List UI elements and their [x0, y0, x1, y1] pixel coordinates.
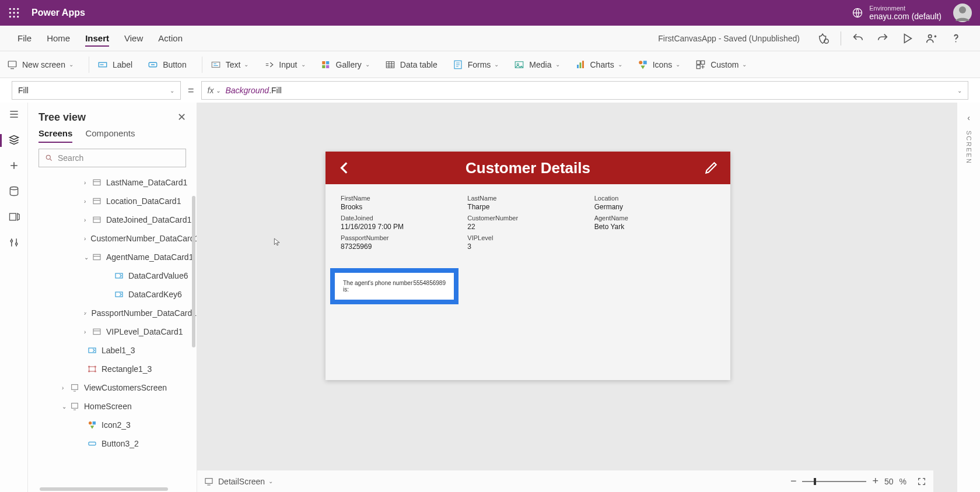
redo-icon[interactable]	[876, 32, 889, 45]
svg-rect-40	[93, 180, 100, 185]
chevron-icon[interactable]: ⌄	[84, 254, 92, 261]
equals-label: =	[188, 85, 194, 97]
chevron-icon[interactable]: ›	[84, 329, 92, 335]
zoom-slider[interactable]	[802, 481, 866, 482]
ribbon-datatable-label: Data table	[400, 60, 438, 69]
rail-data[interactable]	[0, 185, 28, 197]
environment-icon[interactable]	[852, 7, 863, 19]
agent-phone-box[interactable]: The agent's phone number is: 5554856989	[330, 268, 459, 304]
tree-node[interactable]: Label1_3	[28, 341, 197, 360]
chevron-icon[interactable]: ›	[62, 385, 70, 391]
tree-scrollbar-horizontal[interactable]	[40, 487, 168, 491]
svg-rect-48	[93, 329, 100, 334]
svg-rect-56	[72, 403, 78, 409]
tree-node[interactable]: DataCardValue6	[28, 266, 197, 285]
current-screen-name[interactable]: DetailScreen	[218, 477, 265, 486]
rail-advanced[interactable]	[0, 237, 28, 248]
tree-node[interactable]: Rectangle1_3	[28, 360, 197, 378]
rail-tree-view[interactable]	[0, 134, 28, 146]
chevron-icon[interactable]: ›	[84, 217, 92, 223]
detail-field: LastNameTharpe	[467, 195, 588, 211]
svg-point-5	[17, 12, 19, 13]
svg-rect-42	[93, 217, 100, 222]
ribbon-media[interactable]: Media⌄	[514, 59, 559, 70]
formula-bar: Fill ⌄ = fx⌄ Background.Fill ⌄	[0, 78, 980, 103]
fit-screen-icon[interactable]	[917, 477, 926, 486]
zoom-out-icon[interactable]: −	[790, 475, 797, 487]
tree-node[interactable]: ›VIPLevel_DataCard1	[28, 322, 197, 341]
tree-node[interactable]: ›CustomerNumber_DataCard1	[28, 229, 197, 248]
svg-point-12	[929, 34, 932, 38]
ribbon-gallery[interactable]: Gallery⌄	[321, 59, 370, 70]
property-selector[interactable]: Fill ⌄	[12, 81, 181, 100]
tree-node[interactable]: ›PassportNumber_DataCard1	[28, 304, 197, 322]
chevron-icon[interactable]: ›	[84, 236, 86, 242]
app-checker-icon[interactable]	[817, 32, 830, 45]
svg-rect-19	[322, 61, 325, 64]
ribbon-forms[interactable]: Forms⌄	[453, 59, 499, 70]
tree-node[interactable]: ›DateJoined_DataCard1	[28, 210, 197, 229]
svg-point-37	[10, 240, 12, 242]
menu-view[interactable]: View	[124, 33, 143, 43]
menu-home[interactable]: Home	[47, 33, 70, 43]
ribbon-label[interactable]: Label	[97, 59, 132, 70]
share-icon[interactable]	[925, 32, 938, 45]
user-avatar[interactable]	[953, 3, 972, 22]
ribbon-new-screen[interactable]: New screen⌄	[7, 59, 74, 70]
detail-field: AgentNameBeto Yark	[594, 215, 715, 231]
ribbon-icons[interactable]: Icons⌄	[638, 59, 680, 70]
menu-file[interactable]: File	[18, 33, 32, 43]
rail-media[interactable]	[0, 211, 28, 223]
svg-point-10	[959, 6, 966, 13]
artboard-detail-screen[interactable]: Customer Details FirstNameBrooksLastName…	[326, 152, 730, 380]
edit-icon[interactable]	[704, 160, 719, 175]
button-icon	[148, 59, 158, 70]
chevron-icon[interactable]: ›	[84, 198, 92, 205]
ribbon-input[interactable]: Input⌄	[264, 59, 305, 70]
detail-field: PassportNumber87325969	[341, 234, 461, 251]
rail-insert[interactable]	[0, 160, 28, 171]
chevron-icon[interactable]: ⌄	[62, 403, 70, 410]
design-canvas[interactable]: Customer Details FirstNameBrooksLastName…	[197, 103, 957, 492]
tree-node[interactable]: ⌄AgentName_DataCard1	[28, 248, 197, 266]
undo-icon[interactable]	[852, 32, 864, 45]
environment-block[interactable]: Environment enayu.com (default)	[869, 5, 942, 21]
formula-expand-icon[interactable]: ⌄	[957, 87, 962, 94]
tree-node[interactable]: Icon2_3	[28, 416, 197, 434]
ribbon-charts[interactable]: Charts⌄	[575, 59, 622, 70]
tree-search-input[interactable]: Search	[38, 149, 186, 167]
tab-components[interactable]: Components	[85, 128, 135, 143]
help-icon[interactable]	[950, 32, 963, 45]
ribbon-custom-label: Custom	[710, 60, 738, 69]
field-key: AgentName	[594, 215, 715, 222]
menu-insert[interactable]: Insert	[85, 33, 109, 47]
tree-node-label: PassportNumber_DataCard1	[91, 308, 197, 318]
formula-input[interactable]: fx⌄ Background.Fill ⌄	[201, 81, 968, 100]
tree-node[interactable]: ›LastName_DataCard1	[28, 173, 197, 192]
rail-hamburger[interactable]	[0, 108, 28, 120]
ribbon-custom[interactable]: Custom⌄	[695, 59, 747, 70]
tree-node[interactable]: Button3_2	[28, 434, 197, 453]
ribbon-button[interactable]: Button	[148, 59, 186, 70]
back-icon[interactable]	[337, 160, 352, 175]
tree-node[interactable]: ⌄HomeScreen	[28, 397, 197, 416]
tree-node[interactable]: DataCardKey6	[28, 285, 197, 304]
ribbon-text[interactable]: Text⌄	[211, 59, 249, 70]
screen-chevron-icon[interactable]: ⌄	[268, 478, 273, 484]
svg-point-7	[13, 16, 15, 17]
right-rail-expand-icon[interactable]: ‹	[967, 113, 970, 122]
svg-rect-36	[9, 213, 16, 220]
ribbon-new-screen-label: New screen	[22, 60, 65, 69]
tree-view-close-icon[interactable]: ✕	[177, 111, 186, 124]
app-launcher-icon[interactable]	[8, 7, 20, 19]
ribbon-datatable[interactable]: Data table	[385, 59, 438, 70]
tab-screens[interactable]: Screens	[38, 128, 72, 143]
menu-action[interactable]: Action	[158, 33, 183, 43]
svg-rect-41	[93, 198, 100, 203]
tree-node[interactable]: ›ViewCustomersScreen	[28, 378, 197, 397]
tree-node[interactable]: ›Location_DataCard1	[28, 192, 197, 210]
zoom-in-icon[interactable]: +	[872, 475, 878, 487]
play-icon[interactable]	[901, 32, 914, 45]
chevron-icon[interactable]: ›	[84, 180, 92, 186]
tree-scrollbar-vertical[interactable]	[192, 196, 195, 347]
